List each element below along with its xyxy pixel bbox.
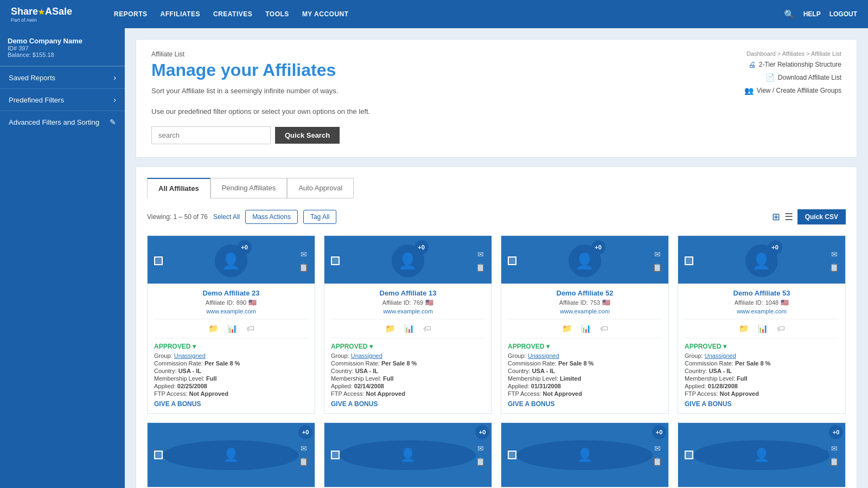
mass-actions-button[interactable]: Mass Actions bbox=[245, 210, 298, 224]
plus-badge[interactable]: +0 bbox=[475, 425, 489, 439]
plus-badge[interactable]: +0 bbox=[238, 240, 252, 254]
plus-badge[interactable]: +0 bbox=[298, 425, 312, 439]
email-icon[interactable]: ✉ bbox=[477, 250, 484, 259]
group-link[interactable]: Unassigned bbox=[528, 352, 559, 359]
affiliate-url[interactable]: www.example.com bbox=[331, 308, 485, 314]
card-checkbox[interactable] bbox=[154, 256, 163, 265]
card-group: Group: Unassigned bbox=[685, 352, 839, 359]
nav-affiliates[interactable]: AFFILIATES bbox=[161, 10, 200, 18]
email-icon[interactable]: ✉ bbox=[477, 444, 484, 453]
sidebar-saved-reports[interactable]: Saved Reports › bbox=[0, 66, 125, 88]
plus-badge[interactable]: +0 bbox=[591, 240, 605, 254]
quick-csv-button[interactable]: Quick CSV bbox=[797, 209, 846, 224]
affiliate-card-partial: 👤 +0 ✉ 📋 bbox=[678, 422, 846, 487]
chart-icon[interactable]: 📊 bbox=[227, 324, 238, 333]
card-checkbox[interactable] bbox=[154, 451, 163, 459]
chart-icon[interactable]: 📊 bbox=[404, 324, 414, 333]
give-bonus-link[interactable]: GIVE A BONUS bbox=[154, 400, 308, 408]
affiliate-url[interactable]: www.example.com bbox=[154, 308, 308, 314]
plus-badge[interactable]: +0 bbox=[768, 240, 782, 254]
card-icons-row: 📁 📊 🏷 bbox=[331, 319, 485, 338]
tab-auto-approval[interactable]: Auto Approval bbox=[287, 178, 354, 198]
affiliate-card-partial: 👤 +0 ✉ 📋 bbox=[147, 422, 315, 487]
give-bonus-link[interactable]: GIVE A BONUS bbox=[685, 400, 839, 408]
nav-creatives[interactable]: CREATIVES bbox=[213, 10, 252, 18]
give-bonus-link[interactable]: GIVE A BONUS bbox=[331, 400, 485, 408]
give-bonus-link[interactable]: GIVE A BONUS bbox=[508, 400, 662, 408]
note-icon[interactable]: 📋 bbox=[653, 263, 662, 272]
nav-my-account[interactable]: MY ACCOUNT bbox=[302, 10, 349, 18]
card-country: Country: USA - IL bbox=[508, 368, 662, 374]
plus-badge[interactable]: +0 bbox=[829, 425, 843, 439]
card-checkbox[interactable] bbox=[685, 451, 693, 459]
nav-right: 🔍 HELP LOGOUT bbox=[784, 9, 857, 20]
group-link[interactable]: Unassigned bbox=[174, 352, 206, 359]
email-icon[interactable]: ✉ bbox=[831, 250, 838, 259]
folder-icon[interactable]: 📁 bbox=[562, 324, 572, 333]
tab-all-affiliates[interactable]: All Affiliates bbox=[147, 178, 210, 198]
email-icon[interactable]: ✉ bbox=[301, 250, 307, 259]
chevron-down-icon[interactable]: ▾ bbox=[546, 343, 550, 350]
tag-all-button[interactable]: Tag All bbox=[303, 210, 336, 224]
quick-search-button[interactable]: Quick Search bbox=[275, 127, 340, 144]
view-create-groups-link[interactable]: 👥 View / Create Affiliate Groups bbox=[744, 86, 841, 95]
tag-icon[interactable]: 🏷 bbox=[246, 324, 254, 333]
affiliate-url[interactable]: www.example.com bbox=[685, 308, 839, 314]
card-checkbox[interactable] bbox=[331, 256, 340, 265]
tag-icon[interactable]: 🏷 bbox=[777, 324, 785, 333]
note-icon[interactable]: 📋 bbox=[476, 263, 485, 272]
group-link[interactable]: Unassigned bbox=[705, 352, 736, 359]
group-link[interactable]: Unassigned bbox=[351, 352, 382, 359]
folder-icon[interactable]: 📁 bbox=[739, 324, 749, 333]
nav-reports[interactable]: REPORTS bbox=[114, 10, 148, 18]
search-icon[interactable]: 🔍 bbox=[784, 9, 795, 20]
chevron-down-icon[interactable]: ▾ bbox=[369, 343, 373, 350]
note-icon[interactable]: 📋 bbox=[299, 457, 308, 466]
sidebar-advanced-filters[interactable]: Advanced Filters and Sorting ✎ bbox=[0, 111, 125, 133]
chart-icon[interactable]: 📊 bbox=[581, 324, 591, 333]
search-input[interactable] bbox=[151, 126, 271, 144]
note-icon[interactable]: 📋 bbox=[299, 263, 308, 272]
chevron-down-icon[interactable]: ▾ bbox=[723, 343, 726, 350]
affiliate-id: Affiliate ID: 769 🇺🇸 bbox=[331, 299, 485, 306]
note-icon[interactable]: 📋 bbox=[829, 457, 839, 466]
tag-icon[interactable]: 🏷 bbox=[600, 324, 608, 333]
help-link[interactable]: HELP bbox=[803, 10, 821, 18]
affiliate-name: Demo Affiliate 52 bbox=[508, 289, 662, 297]
status-approved: APPROVED ▾ bbox=[331, 343, 485, 350]
nav-tools[interactable]: TOOLS bbox=[265, 10, 289, 18]
list-view-icon[interactable]: ☰ bbox=[784, 211, 793, 223]
note-icon[interactable]: 📋 bbox=[829, 263, 839, 272]
logo[interactable]: Share★ASale Part of Awin bbox=[11, 6, 98, 23]
card-commission: Commission Rate: Per Sale 8 % bbox=[508, 360, 662, 367]
affiliate-cards-grid: 👤 +0 ✉ 📋 Demo Affiliate 23 Affiliate ID bbox=[147, 235, 846, 414]
email-icon[interactable]: ✉ bbox=[654, 444, 661, 453]
card-checkbox[interactable] bbox=[508, 256, 516, 265]
note-icon[interactable]: 📋 bbox=[653, 457, 662, 466]
folder-icon[interactable]: 📁 bbox=[385, 324, 395, 333]
card-checkbox[interactable] bbox=[508, 451, 516, 459]
plus-badge[interactable]: +0 bbox=[414, 240, 429, 254]
chart-icon[interactable]: 📊 bbox=[758, 324, 768, 333]
email-icon[interactable]: ✉ bbox=[301, 444, 307, 453]
tag-icon[interactable]: 🏷 bbox=[423, 324, 431, 333]
card-checkbox[interactable] bbox=[331, 451, 340, 459]
sidebar-predefined-filters[interactable]: Predefined Filters › bbox=[0, 88, 125, 111]
affiliate-url[interactable]: www.example.com bbox=[508, 308, 662, 314]
logout-link[interactable]: LOGOUT bbox=[829, 10, 857, 18]
download-affiliate-link[interactable]: 📄 Download Affiliate List bbox=[744, 73, 841, 82]
chevron-down-icon[interactable]: ▾ bbox=[193, 343, 196, 350]
flag-icon: 🇺🇸 bbox=[602, 299, 610, 306]
grid-view-icon[interactable]: ⊞ bbox=[772, 211, 780, 223]
select-all-link[interactable]: Select All bbox=[213, 213, 240, 221]
card-checkbox[interactable] bbox=[685, 256, 693, 265]
plus-badge[interactable]: +0 bbox=[652, 425, 666, 439]
page-desc-2: Use our predefined filter options or sel… bbox=[151, 106, 370, 117]
two-tier-link[interactable]: 🖨 2-Tier Relationship Structure bbox=[744, 60, 841, 69]
email-icon[interactable]: ✉ bbox=[654, 250, 661, 259]
folder-icon[interactable]: 📁 bbox=[208, 324, 219, 333]
tab-pending-affiliates[interactable]: Pending Affiliates bbox=[210, 178, 288, 198]
card-ftp: FTP Access: Not Approved bbox=[685, 390, 839, 397]
note-icon[interactable]: 📋 bbox=[476, 457, 485, 466]
email-icon[interactable]: ✉ bbox=[831, 444, 838, 453]
